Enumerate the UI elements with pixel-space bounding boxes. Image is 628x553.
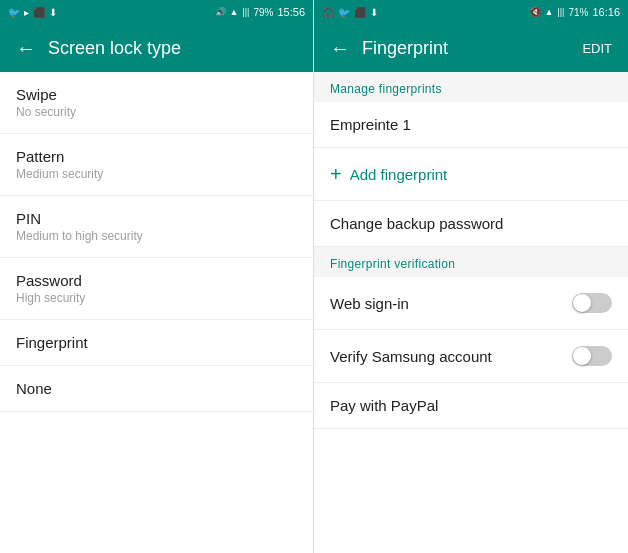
fingerprint-title: Fingerprint <box>16 334 297 351</box>
right-status-right: 🔇 ▲ ||| 71% 16:16 <box>530 6 620 18</box>
left-status-icons: 🐦 ▸ ⬛ ⬇ <box>8 7 57 18</box>
pattern-subtitle: Medium security <box>16 167 297 181</box>
right-sound-icon: 🔇 <box>530 7 541 17</box>
screen-lock-list: Swipe No security Pattern Medium securit… <box>0 72 313 412</box>
right-status-bar: 🎧 🐦 ⬛ ⬇ 🔇 ▲ ||| 71% 16:16 <box>314 0 628 24</box>
notification-icon: 🐦 <box>8 7 20 18</box>
edit-button[interactable]: EDIT <box>582 41 612 56</box>
twitter-icon: ▸ <box>24 7 29 18</box>
download-icon: ⬇ <box>49 7 57 18</box>
web-signin-toggle[interactable] <box>572 293 612 313</box>
empreinte-1-item[interactable]: Empreinte 1 <box>314 102 628 148</box>
right-time-display: 16:16 <box>592 6 620 18</box>
signal-icon: ||| <box>242 7 249 17</box>
pin-title: PIN <box>16 210 297 227</box>
list-item-pattern[interactable]: Pattern Medium security <box>0 134 313 196</box>
right-toolbar: ← Fingerprint EDIT <box>314 24 628 72</box>
swipe-subtitle: No security <box>16 105 297 119</box>
time-display: 15:56 <box>277 6 305 18</box>
pay-paypal-item[interactable]: Pay with PayPal <box>314 383 628 429</box>
right-headphone-icon: 🎧 <box>322 7 334 18</box>
wifi-icon: ▲ <box>230 7 239 17</box>
right-battery-text: 71% <box>568 7 588 18</box>
right-wifi-icon: ▲ <box>545 7 554 17</box>
change-backup-password-title: Change backup password <box>330 215 612 232</box>
right-download-icon: ⬇ <box>370 7 378 18</box>
fingerprint-verification-header: Fingerprint verification <box>314 247 628 277</box>
left-toolbar: ← Screen lock type <box>0 24 313 72</box>
right-back-button[interactable]: ← <box>330 38 350 58</box>
empreinte-1-title: Empreinte 1 <box>330 116 612 133</box>
verify-samsung-toggle[interactable] <box>572 346 612 366</box>
pay-paypal-title: Pay with PayPal <box>330 397 612 414</box>
right-twitter-icon: 🐦 <box>338 7 350 18</box>
verify-samsung-label: Verify Samsung account <box>330 348 492 365</box>
right-panel: 🎧 🐦 ⬛ ⬇ 🔇 ▲ ||| 71% 16:16 ← Fingerprint … <box>314 0 628 553</box>
list-item-fingerprint[interactable]: Fingerprint <box>0 320 313 366</box>
add-fingerprint-row[interactable]: + Add fingerprint <box>314 148 628 201</box>
battery-text: 79% <box>253 7 273 18</box>
change-backup-password-item[interactable]: Change backup password <box>314 201 628 247</box>
verify-samsung-row[interactable]: Verify Samsung account <box>314 330 628 383</box>
list-item-swipe[interactable]: Swipe No security <box>0 72 313 134</box>
password-subtitle: High security <box>16 291 297 305</box>
left-status-bar: 🐦 ▸ ⬛ ⬇ 🔊 ▲ ||| 79% 15:56 <box>0 0 313 24</box>
alert-icon: ⬛ <box>33 7 45 18</box>
swipe-title: Swipe <box>16 86 297 103</box>
web-signin-row[interactable]: Web sign-in <box>314 277 628 330</box>
add-fingerprint-label: Add fingerprint <box>350 166 448 183</box>
left-toolbar-title: Screen lock type <box>48 38 297 59</box>
list-item-pin[interactable]: PIN Medium to high security <box>0 196 313 258</box>
right-alert-icon: ⬛ <box>354 7 366 18</box>
left-back-button[interactable]: ← <box>16 38 36 58</box>
pin-subtitle: Medium to high security <box>16 229 297 243</box>
pattern-title: Pattern <box>16 148 297 165</box>
list-item-none[interactable]: None <box>0 366 313 412</box>
add-plus-icon: + <box>330 164 342 184</box>
none-title: None <box>16 380 297 397</box>
right-signal-icon: ||| <box>557 7 564 17</box>
password-title: Password <box>16 272 297 289</box>
right-status-icons: 🎧 🐦 ⬛ ⬇ <box>322 7 378 18</box>
manage-fingerprints-header: Manage fingerprints <box>314 72 628 102</box>
sound-icon: 🔊 <box>215 7 226 17</box>
left-status-right: 🔊 ▲ ||| 79% 15:56 <box>215 6 305 18</box>
list-item-password[interactable]: Password High security <box>0 258 313 320</box>
web-signin-label: Web sign-in <box>330 295 409 312</box>
right-toolbar-title: Fingerprint <box>362 38 570 59</box>
left-panel: 🐦 ▸ ⬛ ⬇ 🔊 ▲ ||| 79% 15:56 ← Screen lock … <box>0 0 314 553</box>
